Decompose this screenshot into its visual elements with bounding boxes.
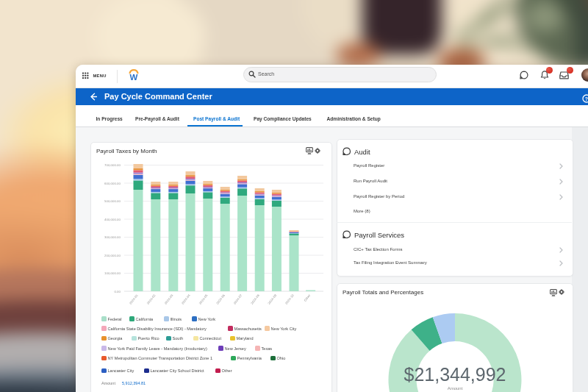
svg-text:2024-08: 2024-08	[250, 293, 260, 305]
svg-text:200,000.00: 200,000.00	[104, 254, 121, 257]
svg-text:2024-09: 2024-09	[267, 293, 277, 305]
svg-text:2024-03: 2024-03	[164, 293, 174, 305]
svg-text:600,000.00: 600,000.00	[104, 182, 121, 185]
svg-text:2024-07: 2024-07	[233, 293, 243, 305]
svg-text:Other: Other	[304, 293, 312, 302]
svg-text:2024-05: 2024-05	[198, 293, 209, 305]
svg-text:2024-06: 2024-06	[215, 293, 226, 305]
svg-text:700,000.00: 700,000.00	[104, 163, 121, 167]
svg-text:2024-10: 2024-10	[284, 293, 295, 305]
svg-text:2024-04: 2024-04	[181, 293, 191, 305]
svg-text:100,000.00: 100,000.00	[104, 271, 121, 275]
svg-text:300,000.00: 300,000.00	[104, 235, 121, 239]
svg-text:2024-02: 2024-02	[146, 293, 157, 305]
svg-text:2024-01: 2024-01	[129, 293, 139, 305]
svg-text:400,000.00: 400,000.00	[104, 218, 121, 221]
svg-text:0.00: 0.00	[114, 290, 121, 293]
svg-text:500,000.00: 500,000.00	[104, 199, 121, 203]
